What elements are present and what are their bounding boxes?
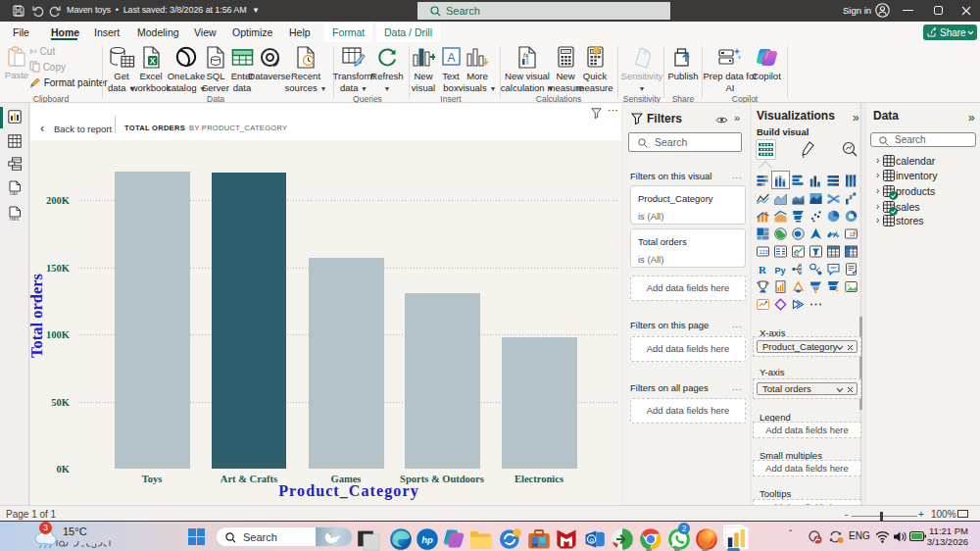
- svg-text:o: o: [589, 535, 594, 544]
- svg-text:Py: Py: [775, 266, 786, 276]
- svg-text:123: 123: [760, 249, 768, 255]
- svg-text:fx: fx: [523, 51, 529, 59]
- svg-text:DAX: DAX: [10, 191, 19, 196]
- svg-text:hp: hp: [421, 534, 433, 545]
- svg-text:TMDL: TMDL: [9, 217, 21, 222]
- svg-text:42: 42: [794, 252, 800, 257]
- svg-text:R: R: [759, 264, 767, 276]
- svg-text:X: X: [150, 56, 156, 66]
